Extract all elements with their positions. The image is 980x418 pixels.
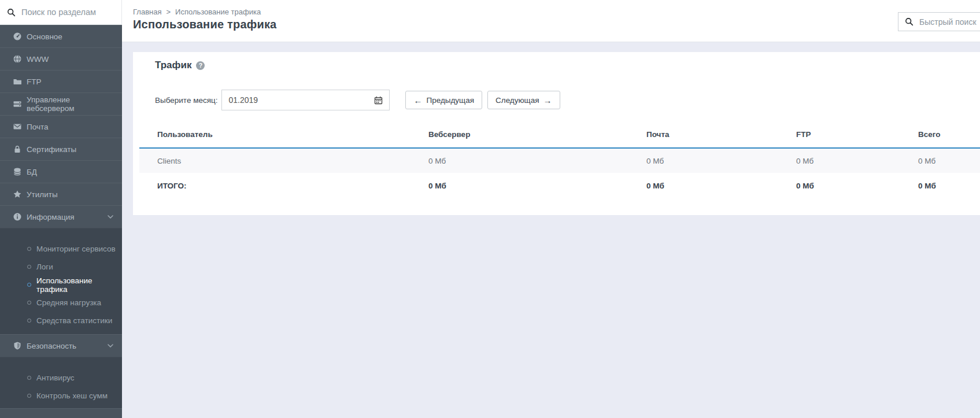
sidebar-item-label: FTP	[27, 77, 42, 86]
help-icon[interactable]: ?	[196, 61, 205, 70]
traffic-card: Трафик ? Выберите месяц:	[133, 52, 980, 215]
sidebar-item-label: Утилиты	[27, 190, 58, 199]
next-month-button[interactable]: Следующая →	[487, 91, 560, 109]
sidebar-item-certificates[interactable]: Сертификаты	[0, 138, 122, 160]
bullet-icon	[27, 247, 31, 251]
mail-icon	[13, 122, 22, 131]
sidebar-search-input[interactable]	[21, 8, 114, 17]
table-header-row: Пользователь Вебсервер Почта FTP Всего	[139, 121, 980, 149]
column-header-ftp: FTP	[796, 130, 918, 139]
sidebar-item-label: WWW	[27, 55, 49, 64]
total-total: 0 Мб	[918, 182, 980, 190]
sidebar-item-information[interactable]: Информация	[0, 205, 122, 228]
security-submenu: Антивирус Контроль хеш сумм	[0, 357, 122, 409]
sidebar-item-db[interactable]: БД	[0, 160, 122, 183]
column-header-mail: Почта	[646, 130, 796, 139]
sidebar-item-label: Почта	[27, 123, 49, 131]
quick-search	[898, 12, 980, 31]
sidebar-item-monitoring[interactable]: Мониторинг сервисов	[0, 240, 122, 258]
chevron-down-icon	[108, 215, 113, 219]
lock-icon	[13, 145, 22, 154]
sidebar-item-utilities[interactable]: Утилиты	[0, 183, 122, 205]
month-picker	[221, 90, 390, 110]
bullet-icon	[27, 319, 31, 323]
sidebar-item-osnovnoe[interactable]: Основное	[0, 25, 122, 47]
sub-item-label: Средства статистики	[36, 316, 112, 325]
cell-ftp: 0 Мб	[796, 157, 918, 165]
arrow-left-icon: ←	[413, 96, 422, 105]
table-total-row: ИТОГО: 0 Мб 0 Мб 0 Мб 0 Мб	[139, 173, 980, 198]
breadcrumb-current: Использование трафика	[175, 8, 261, 16]
sidebar-item-hash-control[interactable]: Контроль хеш сумм	[0, 387, 122, 405]
month-input[interactable]	[228, 95, 369, 105]
sidebar-search	[0, 0, 122, 25]
database-icon	[13, 167, 22, 176]
cell-webserver: 0 Мб	[428, 157, 646, 165]
sidebar-next-section-partial	[0, 408, 122, 418]
quick-search-input[interactable]	[919, 17, 980, 27]
previous-month-button[interactable]: ← Предыдущая	[405, 91, 482, 109]
sub-item-label: Контроль хеш сумм	[36, 391, 108, 400]
column-header-total: Всего	[918, 130, 980, 139]
total-webserver: 0 Мб	[428, 182, 646, 190]
sub-item-label: Средняя нагрузка	[36, 298, 101, 307]
sidebar-item-logs[interactable]: Логи	[0, 258, 122, 276]
bullet-icon	[27, 283, 31, 287]
sidebar-item-www[interactable]: WWW	[0, 47, 122, 70]
shield-icon	[13, 341, 22, 350]
sidebar-item-mail[interactable]: Почта	[0, 115, 122, 138]
sidebar: Основное WWW FTP Управление вебсервером …	[0, 0, 122, 418]
sidebar-item-label: Информация	[27, 213, 75, 221]
next-button-label: Следующая	[495, 96, 539, 105]
server-icon	[13, 99, 22, 109]
bullet-icon	[27, 301, 31, 305]
sidebar-item-label: Управление вебсервером	[27, 95, 113, 113]
globe-icon	[13, 54, 22, 64]
info-icon	[13, 212, 22, 221]
sub-item-label: Антивирус	[36, 373, 75, 382]
sidebar-item-security[interactable]: Безопасность	[0, 334, 122, 357]
cell-total: 0 Мб	[918, 157, 980, 165]
bullet-icon	[27, 265, 31, 269]
column-header-user: Пользователь	[139, 130, 428, 139]
folder-icon	[13, 77, 22, 86]
sidebar-item-webserver[interactable]: Управление вебсервером	[0, 93, 122, 115]
information-submenu: Мониторинг сервисов Логи Использование т…	[0, 228, 122, 334]
topbar: Главная > Использование трафика Использо…	[122, 0, 980, 42]
calendar-icon[interactable]	[374, 96, 383, 105]
sidebar-item-label: БД	[27, 168, 37, 176]
search-icon	[905, 17, 914, 26]
search-icon	[7, 8, 16, 17]
sidebar-item-traffic-usage[interactable]: Использование трафика	[0, 276, 122, 294]
chevron-down-icon	[108, 344, 113, 347]
table-row: Clients 0 Мб 0 Мб 0 Мб 0 Мб	[139, 149, 980, 173]
breadcrumb-home[interactable]: Главная	[133, 8, 161, 16]
sidebar-item-average-load[interactable]: Средняя нагрузка	[0, 294, 122, 312]
sidebar-item-antivirus[interactable]: Антивирус	[0, 369, 122, 387]
traffic-table: Пользователь Вебсервер Почта FTP Всего C…	[139, 121, 980, 198]
cell-user: Clients	[139, 157, 428, 165]
arrow-right-icon: →	[543, 96, 552, 105]
breadcrumb: Главная > Использование трафика	[133, 8, 261, 16]
page-title: Использование трафика	[133, 18, 276, 31]
total-mail: 0 Мб	[646, 182, 796, 190]
content-area: Трафик ? Выберите месяц:	[122, 42, 980, 418]
sub-item-label: Логи	[36, 262, 53, 271]
star-icon	[13, 190, 22, 199]
sub-item-label: Мониторинг сервисов	[36, 245, 116, 253]
gauge-icon	[13, 32, 22, 41]
sidebar-item-label: Сертификаты	[27, 145, 76, 154]
bullet-icon	[27, 376, 31, 380]
sidebar-item-ftp[interactable]: FTP	[0, 70, 122, 93]
month-label: Выберите месяц:	[155, 96, 217, 105]
card-title: Трафик	[155, 60, 191, 71]
total-ftp: 0 Мб	[796, 182, 918, 190]
sidebar-item-label: Основное	[27, 32, 62, 41]
sidebar-item-label: Безопасность	[27, 342, 76, 350]
bullet-icon	[27, 394, 31, 398]
previous-button-label: Предыдущая	[426, 96, 474, 105]
sidebar-item-statistics-tools[interactable]: Средства статистики	[0, 312, 122, 330]
cell-mail: 0 Мб	[646, 157, 796, 165]
column-header-webserver: Вебсервер	[428, 130, 646, 139]
total-label: ИТОГО:	[139, 182, 428, 190]
